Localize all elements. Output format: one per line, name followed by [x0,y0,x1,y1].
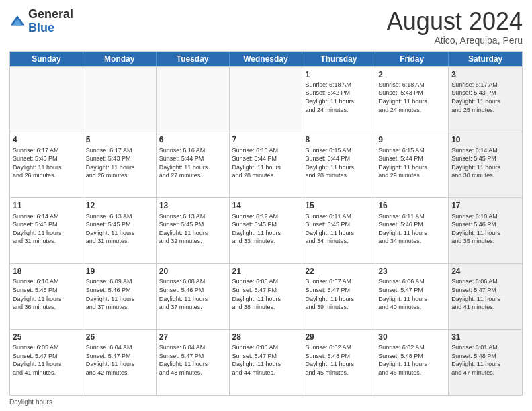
calendar-cell: 25Sunrise: 6:05 AM Sunset: 5:47 PM Dayli… [10,330,83,395]
calendar-cell: 16Sunrise: 6:11 AM Sunset: 5:46 PM Dayli… [375,198,449,263]
day-number: 18 [13,266,80,277]
day-info: Sunrise: 6:14 AM Sunset: 5:45 PM Dayligh… [13,212,80,246]
day-number: 5 [86,134,153,145]
day-info: Sunrise: 6:09 AM Sunset: 5:46 PM Dayligh… [86,277,153,311]
day-number: 7 [232,134,300,145]
footer: Daylight hours [9,398,523,406]
day-info: Sunrise: 6:10 AM Sunset: 5:46 PM Dayligh… [451,212,519,246]
calendar-cell: 27Sunrise: 6:04 AM Sunset: 5:47 PM Dayli… [157,330,230,395]
day-info: Sunrise: 6:06 AM Sunset: 5:47 PM Dayligh… [378,277,445,311]
calendar-cell: 1Sunrise: 6:18 AM Sunset: 5:42 PM Daylig… [302,67,375,132]
day-info: Sunrise: 6:12 AM Sunset: 5:45 PM Dayligh… [232,212,300,246]
day-info: Sunrise: 6:04 AM Sunset: 5:47 PM Dayligh… [159,343,226,377]
day-number: 24 [451,266,519,277]
day-info: Sunrise: 6:17 AM Sunset: 5:43 PM Dayligh… [451,81,519,114]
calendar-cell: 17Sunrise: 6:10 AM Sunset: 5:46 PM Dayli… [449,198,522,263]
day-number: 25 [13,332,80,342]
day-info: Sunrise: 6:02 AM Sunset: 5:48 PM Dayligh… [305,343,372,377]
title-block: August 2024 Atico, Arequipa, Peru [387,8,523,46]
day-number: 22 [305,266,372,277]
day-number: 4 [13,134,80,145]
day-info: Sunrise: 6:11 AM Sunset: 5:46 PM Dayligh… [378,212,445,246]
calendar-cell: 21Sunrise: 6:08 AM Sunset: 5:47 PM Dayli… [230,264,303,329]
day-info: Sunrise: 6:13 AM Sunset: 5:45 PM Dayligh… [86,212,153,246]
day-number: 11 [13,200,80,211]
day-number: 23 [378,266,445,277]
calendar-cell: 13Sunrise: 6:13 AM Sunset: 5:45 PM Dayli… [157,198,230,263]
day-number: 16 [378,200,445,211]
calendar-cell: 5Sunrise: 6:17 AM Sunset: 5:43 PM Daylig… [83,132,157,197]
calendar-cell: 4Sunrise: 6:17 AM Sunset: 5:43 PM Daylig… [10,132,83,197]
calendar-cell: 14Sunrise: 6:12 AM Sunset: 5:45 PM Dayli… [230,198,303,263]
day-number: 30 [378,332,445,342]
day-number: 31 [451,332,519,342]
day-info: Sunrise: 6:15 AM Sunset: 5:44 PM Dayligh… [305,146,372,180]
day-number: 10 [451,134,519,145]
day-info: Sunrise: 6:08 AM Sunset: 5:46 PM Dayligh… [159,277,226,311]
calendar-cell: 30Sunrise: 6:02 AM Sunset: 5:48 PM Dayli… [375,330,449,395]
calendar-cell: 11Sunrise: 6:14 AM Sunset: 5:45 PM Dayli… [10,198,83,263]
day-info: Sunrise: 6:16 AM Sunset: 5:44 PM Dayligh… [159,146,226,180]
calendar-cell: 22Sunrise: 6:07 AM Sunset: 5:47 PM Dayli… [302,264,375,329]
day-info: Sunrise: 6:01 AM Sunset: 5:48 PM Dayligh… [451,343,519,377]
calendar-cell: 12Sunrise: 6:13 AM Sunset: 5:45 PM Dayli… [83,198,157,263]
calendar-cell: 8Sunrise: 6:15 AM Sunset: 5:44 PM Daylig… [302,132,375,197]
calendar-cell: 24Sunrise: 6:06 AM Sunset: 5:47 PM Dayli… [449,264,522,329]
day-info: Sunrise: 6:11 AM Sunset: 5:45 PM Dayligh… [305,212,372,246]
day-number: 28 [232,332,300,342]
day-info: Sunrise: 6:16 AM Sunset: 5:44 PM Dayligh… [232,146,300,180]
calendar-cell: 15Sunrise: 6:11 AM Sunset: 5:45 PM Dayli… [302,198,375,263]
day-info: Sunrise: 6:05 AM Sunset: 5:47 PM Dayligh… [13,343,80,377]
day-info: Sunrise: 6:02 AM Sunset: 5:48 PM Dayligh… [378,343,445,377]
calendar-cell [230,67,303,132]
day-info: Sunrise: 6:03 AM Sunset: 5:47 PM Dayligh… [232,343,300,377]
day-info: Sunrise: 6:06 AM Sunset: 5:47 PM Dayligh… [451,277,519,311]
logo-text: General Blue [28,8,73,35]
day-number: 2 [378,69,445,80]
day-info: Sunrise: 6:15 AM Sunset: 5:44 PM Dayligh… [378,146,445,180]
day-number: 21 [232,266,300,277]
calendar: SundayMondayTuesdayWednesdayThursdayFrid… [9,51,523,396]
day-info: Sunrise: 6:18 AM Sunset: 5:42 PM Dayligh… [305,81,372,114]
header: General Blue August 2024 Atico, Arequipa… [9,8,523,46]
day-number: 12 [86,200,153,211]
calendar-cell [157,67,230,132]
calendar-cell: 7Sunrise: 6:16 AM Sunset: 5:44 PM Daylig… [230,132,303,197]
footer-label: Daylight hours [9,398,52,406]
calendar-week: 1Sunrise: 6:18 AM Sunset: 5:42 PM Daylig… [10,66,522,132]
calendar-week: 11Sunrise: 6:14 AM Sunset: 5:45 PM Dayli… [10,197,522,263]
calendar-cell: 26Sunrise: 6:04 AM Sunset: 5:47 PM Dayli… [83,330,157,395]
day-number: 17 [451,200,519,211]
day-number: 19 [86,266,153,277]
day-info: Sunrise: 6:17 AM Sunset: 5:43 PM Dayligh… [86,146,153,180]
day-info: Sunrise: 6:14 AM Sunset: 5:45 PM Dayligh… [451,146,519,180]
day-info: Sunrise: 6:17 AM Sunset: 5:43 PM Dayligh… [13,146,80,180]
logo-general-text: General [28,8,73,21]
calendar-body: 1Sunrise: 6:18 AM Sunset: 5:42 PM Daylig… [10,66,522,395]
calendar-header-cell: Tuesday [157,52,230,66]
day-number: 3 [451,69,519,80]
calendar-cell: 3Sunrise: 6:17 AM Sunset: 5:43 PM Daylig… [449,67,522,132]
calendar-header-cell: Saturday [449,52,522,66]
day-number: 26 [86,332,153,342]
calendar-week: 25Sunrise: 6:05 AM Sunset: 5:47 PM Dayli… [10,329,522,395]
calendar-cell: 20Sunrise: 6:08 AM Sunset: 5:46 PM Dayli… [157,264,230,329]
calendar-week: 18Sunrise: 6:10 AM Sunset: 5:46 PM Dayli… [10,263,522,329]
calendar-cell: 28Sunrise: 6:03 AM Sunset: 5:47 PM Dayli… [230,330,303,395]
day-number: 27 [159,332,226,342]
day-info: Sunrise: 6:18 AM Sunset: 5:43 PM Dayligh… [378,81,445,114]
day-number: 14 [232,200,300,211]
calendar-header-cell: Sunday [10,52,83,66]
day-info: Sunrise: 6:10 AM Sunset: 5:46 PM Dayligh… [13,277,80,311]
day-number: 13 [159,200,226,211]
day-number: 1 [305,69,372,80]
subtitle: Atico, Arequipa, Peru [387,35,523,46]
page: General Blue August 2024 Atico, Arequipa… [0,0,532,411]
logo-blue-text: Blue [28,21,73,35]
calendar-cell: 31Sunrise: 6:01 AM Sunset: 5:48 PM Dayli… [449,330,522,395]
day-number: 20 [159,266,226,277]
logo: General Blue [9,8,73,35]
calendar-header-cell: Thursday [302,52,375,66]
day-info: Sunrise: 6:08 AM Sunset: 5:47 PM Dayligh… [232,277,300,311]
calendar-cell: 2Sunrise: 6:18 AM Sunset: 5:43 PM Daylig… [375,67,449,132]
